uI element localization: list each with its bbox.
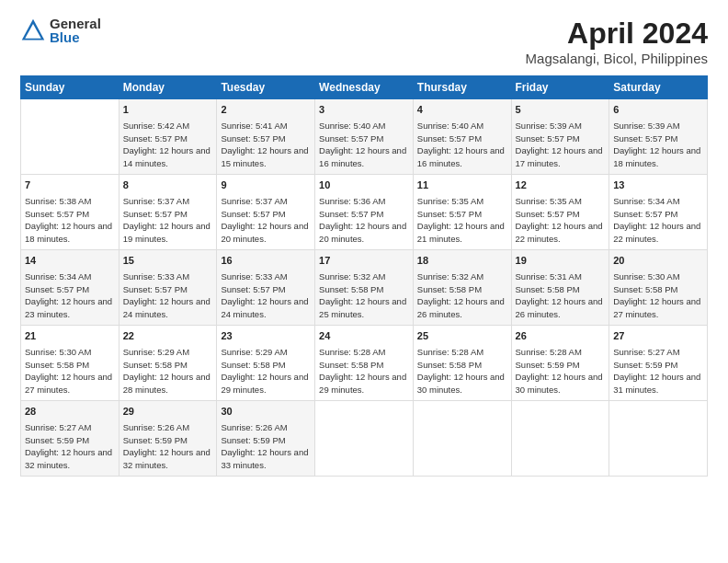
day-number: 16	[221, 254, 311, 269]
day-number: 14	[25, 254, 115, 269]
calendar-cell: 21Sunrise: 5:30 AMSunset: 5:58 PMDayligh…	[21, 326, 119, 401]
header-cell-thursday: Thursday	[413, 76, 511, 99]
calendar-cell: 17Sunrise: 5:32 AMSunset: 5:58 PMDayligh…	[315, 250, 414, 326]
day-number: 2	[221, 103, 311, 118]
calendar-cell: 30Sunrise: 5:26 AMSunset: 5:59 PMDayligh…	[217, 401, 315, 477]
calendar-cell: 28Sunrise: 5:27 AMSunset: 5:59 PMDayligh…	[21, 401, 119, 477]
header-cell-monday: Monday	[119, 76, 217, 99]
day-number: 3	[319, 103, 409, 118]
day-number: 12	[516, 178, 606, 193]
calendar-cell	[413, 401, 511, 477]
day-number: 20	[613, 254, 703, 269]
calendar-row: 21Sunrise: 5:30 AMSunset: 5:58 PMDayligh…	[21, 326, 708, 401]
calendar-cell: 16Sunrise: 5:33 AMSunset: 5:57 PMDayligh…	[217, 250, 315, 326]
day-number: 24	[319, 329, 409, 344]
day-number: 25	[417, 329, 507, 344]
calendar-cell: 4Sunrise: 5:40 AMSunset: 5:57 PMDaylight…	[413, 99, 511, 175]
calendar-cell: 19Sunrise: 5:31 AMSunset: 5:58 PMDayligh…	[511, 250, 609, 326]
calendar-cell: 25Sunrise: 5:28 AMSunset: 5:58 PMDayligh…	[413, 326, 511, 401]
calendar-cell: 8Sunrise: 5:37 AMSunset: 5:57 PMDaylight…	[119, 175, 217, 250]
calendar-cell: 26Sunrise: 5:28 AMSunset: 5:59 PMDayligh…	[511, 326, 609, 401]
calendar-cell: 1Sunrise: 5:42 AMSunset: 5:57 PMDaylight…	[119, 99, 217, 175]
day-number: 23	[221, 329, 311, 344]
calendar-cell: 22Sunrise: 5:29 AMSunset: 5:58 PMDayligh…	[119, 326, 217, 401]
calendar-row: 1Sunrise: 5:42 AMSunset: 5:57 PMDaylight…	[21, 99, 708, 175]
logo-general-text: General	[50, 17, 101, 30]
calendar-cell: 13Sunrise: 5:34 AMSunset: 5:57 PMDayligh…	[609, 175, 708, 250]
day-number: 26	[516, 329, 606, 344]
calendar-cell: 27Sunrise: 5:27 AMSunset: 5:59 PMDayligh…	[609, 326, 708, 401]
day-number: 13	[613, 178, 703, 193]
calendar-cell	[21, 99, 119, 175]
calendar-cell	[609, 401, 708, 477]
calendar-cell: 11Sunrise: 5:35 AMSunset: 5:57 PMDayligh…	[413, 175, 511, 250]
day-number: 5	[516, 103, 606, 118]
day-number: 6	[613, 103, 703, 118]
calendar-row: 28Sunrise: 5:27 AMSunset: 5:59 PMDayligh…	[21, 401, 708, 477]
day-number: 7	[25, 178, 115, 193]
calendar-cell: 18Sunrise: 5:32 AMSunset: 5:58 PMDayligh…	[413, 250, 511, 326]
calendar-cell: 15Sunrise: 5:33 AMSunset: 5:57 PMDayligh…	[119, 250, 217, 326]
day-number: 29	[123, 405, 213, 419]
day-number: 11	[417, 178, 507, 193]
header-cell-wednesday: Wednesday	[315, 76, 414, 99]
header-cell-saturday: Saturday	[609, 76, 708, 99]
calendar-table: SundayMondayTuesdayWednesdayThursdayFrid…	[20, 75, 708, 477]
page: General Blue April 2024 Magsalangi, Bico…	[0, 0, 728, 563]
calendar-cell: 14Sunrise: 5:34 AMSunset: 5:57 PMDayligh…	[21, 250, 119, 326]
day-number: 19	[516, 254, 606, 269]
day-number: 28	[25, 405, 115, 419]
day-number: 17	[319, 254, 409, 269]
day-number: 10	[319, 178, 409, 193]
header-cell-tuesday: Tuesday	[217, 76, 315, 99]
day-number: 8	[123, 178, 213, 193]
header: General Blue April 2024 Magsalangi, Bico…	[20, 17, 708, 66]
calendar-cell: 9Sunrise: 5:37 AMSunset: 5:57 PMDaylight…	[217, 175, 315, 250]
calendar-row: 7Sunrise: 5:38 AMSunset: 5:57 PMDaylight…	[21, 175, 708, 250]
day-number: 15	[123, 254, 213, 269]
calendar-cell: 20Sunrise: 5:30 AMSunset: 5:58 PMDayligh…	[609, 250, 708, 326]
main-title: April 2024	[526, 17, 708, 51]
calendar-cell: 6Sunrise: 5:39 AMSunset: 5:57 PMDaylight…	[609, 99, 708, 175]
day-number: 9	[221, 178, 311, 193]
day-number: 1	[123, 103, 213, 118]
calendar-cell: 23Sunrise: 5:29 AMSunset: 5:58 PMDayligh…	[217, 326, 315, 401]
day-number: 27	[613, 329, 703, 344]
logo-icon	[20, 17, 46, 43]
day-number: 22	[123, 329, 213, 344]
logo: General Blue	[20, 17, 101, 44]
calendar-cell: 24Sunrise: 5:28 AMSunset: 5:58 PMDayligh…	[315, 326, 414, 401]
day-number: 21	[25, 329, 115, 344]
day-number: 4	[417, 103, 507, 118]
header-cell-sunday: Sunday	[21, 76, 119, 99]
calendar-cell: 3Sunrise: 5:40 AMSunset: 5:57 PMDaylight…	[315, 99, 414, 175]
calendar-row: 14Sunrise: 5:34 AMSunset: 5:57 PMDayligh…	[21, 250, 708, 326]
logo-text: General Blue	[50, 17, 101, 44]
logo-blue-text: Blue	[50, 30, 101, 44]
subtitle: Magsalangi, Bicol, Philippines	[526, 51, 708, 66]
day-number: 18	[417, 254, 507, 269]
calendar-cell	[315, 401, 414, 477]
calendar-header-row: SundayMondayTuesdayWednesdayThursdayFrid…	[21, 76, 708, 99]
calendar-cell: 7Sunrise: 5:38 AMSunset: 5:57 PMDaylight…	[21, 175, 119, 250]
calendar-cell: 5Sunrise: 5:39 AMSunset: 5:57 PMDaylight…	[511, 99, 609, 175]
calendar-cell: 29Sunrise: 5:26 AMSunset: 5:59 PMDayligh…	[119, 401, 217, 477]
calendar-cell	[511, 401, 609, 477]
header-cell-friday: Friday	[511, 76, 609, 99]
day-number: 30	[221, 405, 311, 419]
calendar-cell: 10Sunrise: 5:36 AMSunset: 5:57 PMDayligh…	[315, 175, 414, 250]
calendar-cell: 12Sunrise: 5:35 AMSunset: 5:57 PMDayligh…	[511, 175, 609, 250]
calendar-cell: 2Sunrise: 5:41 AMSunset: 5:57 PMDaylight…	[217, 99, 315, 175]
title-block: April 2024 Magsalangi, Bicol, Philippine…	[526, 17, 708, 66]
